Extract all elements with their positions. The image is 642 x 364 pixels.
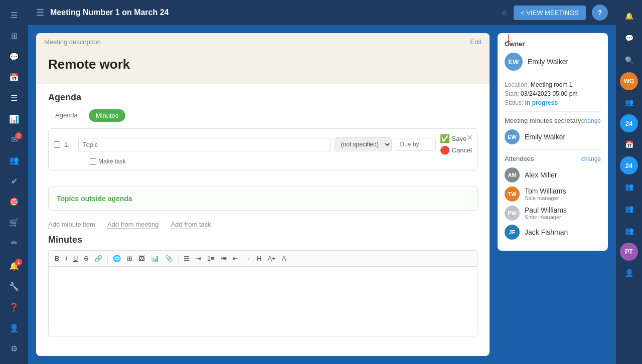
main-content: ☰ Meeting Number 1 on March 24 ☆ < VIEW …	[28, 0, 616, 364]
num-badge-24-2[interactable]: 24	[620, 156, 638, 174]
attendees-label: Attendees	[505, 155, 534, 162]
right-search-icon[interactable]: 🔍	[619, 50, 639, 70]
outdent-button[interactable]: ⇤	[231, 254, 240, 263]
edit-link[interactable]: Edit	[470, 38, 482, 46]
sidebar-settings-icon[interactable]: 🔧	[4, 277, 24, 296]
content-area: Meeting description Edit Remote work Age…	[28, 25, 616, 364]
indent2-button[interactable]: →	[242, 254, 253, 263]
topic-checkbox[interactable]	[54, 141, 60, 148]
agenda-section: Agenda Agenda Minutes ✕ 1. (not specifie…	[36, 84, 490, 183]
topic-number: 1.	[64, 141, 74, 148]
strikethrough-button[interactable]: S	[82, 254, 90, 263]
sidebar-calendar-icon[interactable]: 📅	[4, 68, 24, 87]
topic-card: ✕ 1. (not specified) ✅ Save	[48, 128, 477, 170]
topic-input[interactable]	[78, 138, 331, 151]
status-label: Status:	[505, 99, 523, 106]
heading-button[interactable]: H	[255, 254, 263, 263]
sidebar-list-icon[interactable]: ☰	[4, 89, 24, 107]
meeting-title-area: Remote work	[36, 51, 490, 84]
status-row: Status: In progress	[505, 99, 601, 106]
sidebar-target-icon[interactable]: 🎯	[4, 193, 24, 211]
num-badge-24-1[interactable]: 24	[620, 114, 638, 132]
topic-close-button[interactable]: ✕	[466, 133, 473, 142]
add-from-task-link[interactable]: Add from task	[171, 221, 211, 229]
attendee-avatar-1: TW	[505, 187, 520, 202]
right-calendar-icon[interactable]: 📅	[619, 134, 639, 154]
ul-button[interactable]: •≡	[219, 254, 229, 263]
help-button[interactable]: ?	[592, 5, 608, 21]
make-task-row: Make task	[90, 158, 472, 165]
font-size-down-button[interactable]: A-	[280, 254, 290, 263]
sidebar-user-icon[interactable]: 👤	[4, 318, 24, 337]
right-users-icon-1[interactable]: 👥	[619, 92, 639, 112]
topic-due-input[interactable]	[396, 138, 436, 151]
sidebar-edit-icon[interactable]: ✏	[4, 234, 24, 252]
view-meetings-button[interactable]: < VIEW MEETINGS	[514, 6, 586, 20]
make-task-checkbox[interactable]	[90, 158, 96, 165]
bold-button[interactable]: B	[53, 254, 61, 263]
sidebar-notification-icon[interactable]: 🔔 1	[4, 257, 24, 275]
tab-minutes[interactable]: Minutes	[89, 109, 126, 122]
toolbar-separator-2	[178, 255, 179, 263]
right-users-icon-4[interactable]: 👥	[619, 221, 639, 241]
indent-button[interactable]: ⇥	[194, 254, 203, 263]
topics-outside-title: Topics outside agenda	[57, 195, 132, 203]
add-from-meeting-link[interactable]: Add from meeting	[107, 221, 159, 229]
sidebar-mail-icon[interactable]: ✉ 2	[4, 130, 24, 149]
cancel-x-icon: 🔴	[440, 145, 450, 155]
file-button[interactable]: 📎	[163, 254, 175, 263]
make-task-label: Make task	[98, 158, 126, 165]
attendee-role-1: Sale manager	[525, 195, 566, 201]
image-button[interactable]: 🌐	[111, 254, 123, 263]
info-card: Owner EW Emily Walker Location: Meeting …	[498, 33, 608, 251]
sidebar-check-icon[interactable]: ✔	[4, 171, 24, 190]
chart-button[interactable]: 📊	[149, 254, 161, 263]
star-icon[interactable]: ☆	[501, 9, 508, 17]
menu-icon[interactable]: ☰	[36, 7, 44, 18]
toolbar-separator-1	[107, 255, 108, 263]
sidebar-gear-icon[interactable]: ⚙	[4, 339, 24, 358]
left-sidebar: ☰ ⊞ 💬 📅 ☰ 📊 ✉ 2 👥 ✔ 🎯 🛒 ✏ 🔔 1 🔧 ❓ 👤 ⚙	[0, 0, 28, 364]
right-user-icon[interactable]: 👤	[619, 263, 639, 283]
tab-agenda[interactable]: Agenda	[48, 109, 85, 122]
notif-icon[interactable]: 🔔	[619, 6, 639, 26]
mail-badge: 2	[15, 132, 22, 139]
attendee-row-0: AM Alex Miller	[505, 167, 601, 183]
attendee-row-3: JF Jack Fishman	[505, 225, 601, 240]
photo-button[interactable]: 🖼	[136, 254, 147, 263]
right-users-icon-2[interactable]: 👥	[619, 176, 639, 197]
pt-avatar[interactable]: PT	[620, 243, 638, 261]
sidebar-help-icon[interactable]: ❓	[4, 298, 24, 316]
ol-button[interactable]: 1≡	[205, 254, 217, 263]
right-chat-icon[interactable]: 💬	[619, 28, 639, 48]
cancel-button[interactable]: 🔴 Cancel	[440, 145, 472, 155]
topbar: ☰ Meeting Number 1 on March 24 ☆ < VIEW …	[28, 0, 616, 25]
description-label: Meeting description	[44, 38, 101, 46]
link-button[interactable]: 🔗	[92, 254, 104, 263]
underline-button[interactable]: U	[71, 254, 80, 263]
meeting-description-bar: Meeting description Edit	[36, 33, 490, 51]
sidebar-users-icon[interactable]: 👥	[4, 151, 24, 169]
table-button[interactable]: ⊞	[125, 254, 134, 263]
attendees-change-link[interactable]: change	[581, 155, 601, 162]
sidebar-chat-icon[interactable]: 💬	[4, 48, 24, 66]
font-size-up-button[interactable]: A+	[265, 254, 277, 263]
align-button[interactable]: ☰	[182, 254, 192, 263]
wg-avatar[interactable]: WG	[620, 72, 638, 90]
sidebar-dashboard-icon[interactable]: ⊞	[4, 27, 24, 45]
add-minute-item-link[interactable]: Add minute item	[48, 221, 95, 229]
sidebar-menu-icon[interactable]: ☰	[4, 6, 24, 25]
sidebar-shop-icon[interactable]: 🛒	[4, 213, 24, 232]
minutes-editor[interactable]	[48, 266, 477, 336]
secretary-header: Meeting minutes secretary change	[505, 117, 601, 124]
owner-person-row: EW Emily Walker	[505, 53, 601, 71]
right-users-icon-3[interactable]: 👥	[619, 199, 639, 219]
secretary-change-link[interactable]: change	[581, 117, 601, 124]
italic-button[interactable]: I	[63, 254, 69, 263]
sidebar-chart-icon[interactable]: 📊	[4, 109, 24, 128]
attendee-name-0: Alex Miller	[525, 171, 557, 179]
owner-label: Owner	[505, 40, 601, 48]
attendee-row-2: PW Paul Williams Smm-manager	[505, 206, 601, 221]
secretary-person-row: EW Emily Walker	[505, 129, 601, 144]
topic-status-select[interactable]: (not specified)	[335, 137, 392, 151]
